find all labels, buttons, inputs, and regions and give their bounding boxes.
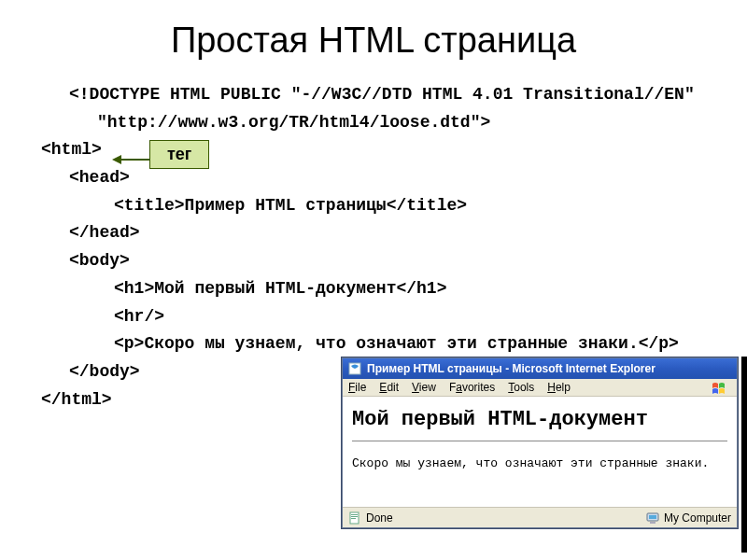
menu-view[interactable]: View (412, 381, 436, 394)
status-done-text: Done (366, 511, 393, 525)
menu-help[interactable]: Help (547, 381, 571, 394)
page-heading: Мой первый HTML-документ (352, 408, 727, 431)
computer-icon (646, 511, 659, 525)
menu-file[interactable]: File (348, 381, 366, 394)
browser-window: Пример HTML страницы - Microsoft Interne… (342, 357, 738, 528)
code-line-head-close: </head> (41, 219, 728, 247)
svg-rect-9 (650, 522, 655, 524)
browser-titlebar: Пример HTML страницы - Microsoft Interne… (343, 358, 737, 379)
menu-tools[interactable]: Tools (508, 381, 534, 394)
status-zone-text: My Computer (664, 511, 731, 525)
svg-rect-6 (351, 518, 356, 519)
code-line-doctype: <!DOCTYPE HTML PUBLIC "-//W3C//DTD HTML … (41, 81, 728, 136)
svg-rect-4 (351, 514, 358, 515)
menu-edit[interactable]: Edit (379, 381, 399, 394)
code-line-hr: <hr/> (41, 303, 728, 331)
browser-menubar: File Edit View Favorites Tools Help (343, 379, 737, 397)
slide-title: Простая HTML страница (0, 0, 747, 81)
code-line-body-open: <body> (41, 247, 728, 275)
browser-title-text: Пример HTML страницы - Microsoft Interne… (367, 362, 655, 375)
code-line-h1: <h1>Мой первый HTML-документ</h1> (41, 275, 728, 303)
page-paragraph: Скоро мы узнаем, что означают эти странн… (352, 456, 727, 470)
callout-arrow (112, 153, 149, 155)
code-line-head-open: <head> (41, 164, 728, 192)
browser-viewport: Мой первый HTML-документ Скоро мы узнаем… (343, 397, 737, 507)
document-icon (348, 511, 361, 525)
menu-favorites[interactable]: Favorites (449, 381, 495, 394)
svg-rect-5 (351, 516, 358, 517)
svg-rect-8 (649, 515, 656, 519)
crop-edge (741, 357, 747, 553)
callout-tag-label: тег (149, 140, 209, 169)
page-hr (352, 441, 727, 441)
browser-statusbar: Done My Computer (343, 507, 737, 527)
windows-flag-icon (709, 380, 733, 399)
ie-icon (348, 362, 361, 375)
svg-marker-1 (112, 155, 121, 164)
code-line-p: <p>Скоро мы узнаем, что означают эти стр… (41, 330, 728, 358)
code-line-title: <title>Пример HTML страницы</title> (41, 192, 728, 220)
